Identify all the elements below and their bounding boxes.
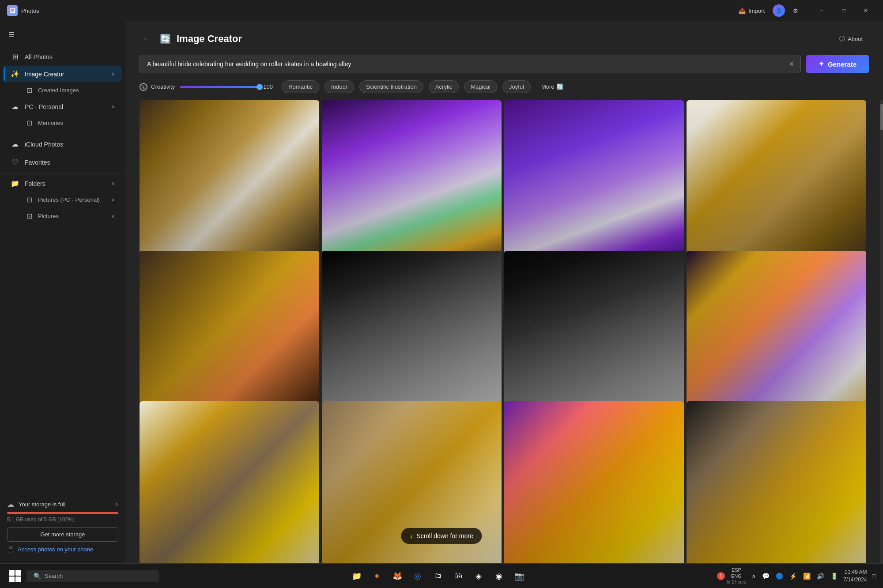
- image-cell[interactable]: [687, 401, 866, 563]
- sidebar-item-pictures-pc[interactable]: ⊡ Pictures (PC - Personal) ∧: [4, 192, 122, 207]
- scroll-thumb[interactable]: [880, 104, 883, 130]
- chevron-up-icon-2: ∧: [111, 104, 115, 109]
- start-button[interactable]: [5, 566, 25, 586]
- creativity-icon: ◎: [140, 83, 147, 91]
- clock[interactable]: 10:49 AM 7/14/2024: [843, 569, 867, 584]
- titlebar: 🖼 Photos 📥 Import 👤 ⚙ – □ ✕: [0, 0, 883, 21]
- chevron-up-icon-5: ∧: [111, 213, 115, 219]
- page-title: Image Creator: [177, 33, 242, 45]
- window-controls: – □ ✕: [811, 4, 876, 18]
- slider-thumb[interactable]: [257, 84, 263, 90]
- sidebar-item-folders[interactable]: 📁 Folders ∧: [4, 176, 122, 191]
- taskbar-app-msstore[interactable]: 🛍: [449, 567, 467, 585]
- image-cell[interactable]: [504, 401, 684, 563]
- info-icon: ⓘ: [839, 35, 845, 43]
- hamburger-button[interactable]: ☰: [4, 26, 19, 42]
- tray-icon-2[interactable]: 🔵: [774, 571, 785, 581]
- avatar[interactable]: 👤: [773, 4, 785, 17]
- taskbar: 🔍 Search 📁 ● 🦊 ◎ 🗂 🛍 ◈ ◉ 📷 1 ESP ENG In …: [0, 563, 883, 588]
- creativity-label: ◎ Creativity: [140, 83, 175, 91]
- gear-icon: ⚙: [793, 8, 798, 14]
- import-button[interactable]: 📥 Import: [734, 6, 769, 16]
- sidebar-item-all-photos[interactable]: ⊞ All Photos: [4, 48, 122, 65]
- notification-badge: 1: [717, 572, 725, 580]
- arrow-up-icon[interactable]: ∧: [750, 571, 758, 581]
- language-indicator[interactable]: ESP ENG In 2 hours: [727, 567, 746, 585]
- app-title: Photos: [21, 8, 731, 14]
- close-icon: ✕: [789, 60, 794, 68]
- back-button[interactable]: ←: [140, 32, 154, 46]
- title-icon: 🔄: [159, 33, 171, 45]
- taskbar-app-7[interactable]: ◈: [470, 567, 487, 585]
- generate-icon: ✦: [819, 60, 824, 68]
- taskbar-apps: 📁 ● 🦊 ◎ 🗂 🛍 ◈ ◉ 📷: [161, 567, 715, 585]
- tray-icon-3[interactable]: ⚡: [788, 571, 799, 581]
- taskbar-app-photos[interactable]: 📷: [510, 567, 528, 585]
- taskbar-search[interactable]: 🔍 Search: [26, 570, 159, 582]
- sidebar-item-pc-personal[interactable]: ☁ PC - Personal ∧: [4, 99, 122, 114]
- creativity-slider[interactable]: [180, 86, 260, 88]
- image-creator-icon: ✨: [11, 70, 19, 78]
- content-title-row: ← 🔄 Image Creator ⓘ About: [140, 32, 869, 46]
- about-button[interactable]: ⓘ About: [833, 32, 869, 45]
- settings-button[interactable]: ⚙: [789, 6, 803, 16]
- back-icon: ←: [143, 35, 150, 43]
- wifi-icon[interactable]: 📶: [801, 571, 812, 581]
- chevron-up-icon: ∧: [111, 71, 115, 77]
- sidebar-item-image-creator[interactable]: ✨ Image Creator ∧: [4, 66, 122, 82]
- sidebar-item-favorites[interactable]: ♡ Favorites: [4, 154, 122, 171]
- filter-chip-joyful[interactable]: Joyful: [502, 80, 531, 93]
- taskbar-app-explorer[interactable]: 🗂: [429, 567, 447, 585]
- taskbar-app-browser2[interactable]: 🦊: [389, 567, 406, 585]
- sidebar-item-pictures[interactable]: ⊡ Pictures ∧: [4, 208, 122, 224]
- taskbar-right: 1 ESP ENG In 2 hours ∧ 💬 🔵 ⚡ 📶 🔊 🔋 10:49…: [717, 567, 878, 585]
- taskbar-app-8[interactable]: ◉: [490, 567, 508, 585]
- filters-row: ◎ Creativity 100 Romantic Indoor: [140, 80, 869, 93]
- windows-icon: [9, 570, 21, 582]
- taskbar-app-browser1[interactable]: ●: [368, 567, 386, 585]
- content-title-group: ← 🔄 Image Creator: [140, 32, 242, 46]
- icloud-icon: ☁: [11, 140, 19, 148]
- photos-icon: ⊞: [11, 53, 19, 61]
- image-cell[interactable]: [322, 401, 502, 563]
- creativity-slider-container: 100: [180, 83, 276, 90]
- scroll-indicator: [880, 100, 883, 563]
- generate-button[interactable]: ✦ Generate: [806, 55, 869, 73]
- filter-chip-indoor[interactable]: Indoor: [325, 80, 354, 93]
- access-phone-link[interactable]: 📱 Access photos on your phone: [7, 542, 118, 553]
- more-button[interactable]: More 🔄: [536, 81, 569, 93]
- sidebar-divider: [0, 133, 125, 133]
- prompt-input[interactable]: [140, 55, 801, 73]
- minimize-button[interactable]: –: [811, 4, 832, 18]
- taskbar-app-files[interactable]: 📁: [348, 567, 366, 585]
- chevron-up-icon-3: ∧: [111, 181, 115, 186]
- maximize-button[interactable]: □: [834, 4, 854, 18]
- volume-icon[interactable]: 🔊: [815, 571, 826, 581]
- taskbar-app-edge[interactable]: ◎: [409, 567, 426, 585]
- image-cell[interactable]: [140, 401, 319, 563]
- taskbar-search-label: Search: [45, 573, 63, 579]
- system-tray: ∧ 💬 🔵 ⚡ 📶 🔊 🔋: [750, 571, 840, 581]
- refresh-icon: 🔄: [556, 83, 563, 90]
- filter-chip-scientific[interactable]: Scientific Illustration: [359, 80, 423, 93]
- prompt-input-wrapper: ✕: [140, 55, 801, 73]
- storage-bar: [7, 512, 118, 514]
- sidebar-item-icloud-photos[interactable]: ☁ iCloud Photos: [4, 136, 122, 153]
- folder-icon: 📁: [11, 179, 19, 188]
- notifications-icon[interactable]: □: [871, 571, 878, 581]
- battery-icon[interactable]: 🔋: [829, 571, 840, 581]
- filter-chip-romantic[interactable]: Romantic: [282, 80, 319, 93]
- tray-icon-1[interactable]: 💬: [760, 571, 771, 581]
- image-grid: [125, 100, 880, 563]
- get-more-storage-button[interactable]: Get more storage: [7, 527, 118, 542]
- clear-button[interactable]: ✕: [787, 59, 796, 69]
- filter-chip-acrylic[interactable]: Acrylic: [429, 80, 459, 93]
- content-header: ← 🔄 Image Creator ⓘ About ✕: [125, 21, 883, 100]
- sidebar-item-created-images[interactable]: ⊡ Created Images: [4, 83, 122, 98]
- storage-section: ☁ Your storage is full ∧ 5.1 GB used of …: [0, 495, 125, 558]
- cloud-icon: ☁: [11, 102, 19, 111]
- sidebar-item-memories[interactable]: ⊡ Memories: [4, 115, 122, 131]
- storage-chevron-icon[interactable]: ∧: [115, 501, 118, 507]
- close-button[interactable]: ✕: [856, 4, 876, 18]
- filter-chip-magical[interactable]: Magical: [464, 80, 497, 93]
